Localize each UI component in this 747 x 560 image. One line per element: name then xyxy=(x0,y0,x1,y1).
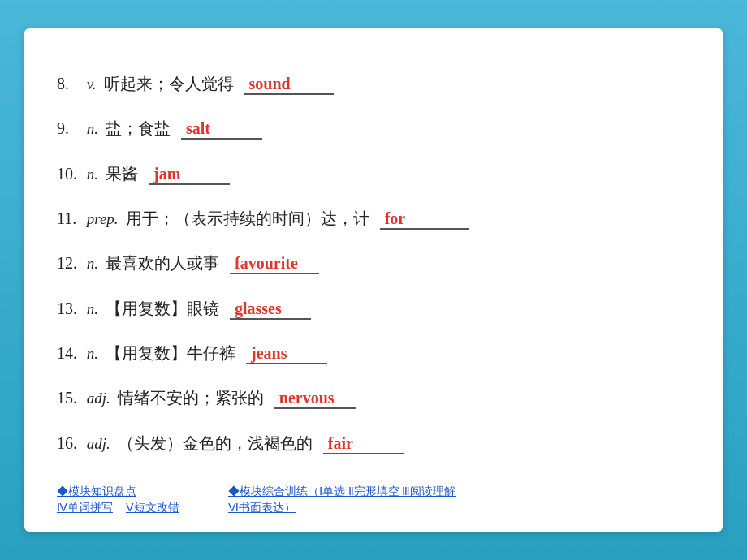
footer: ◆模块知识盘点 Ⅳ单词拼写 Ⅴ短文改错 ◆模块综合训练（Ⅰ单选 Ⅱ完形填空 Ⅲ阅… xyxy=(57,476,690,515)
footer-link-spelling[interactable]: Ⅳ单词拼写 xyxy=(57,501,113,515)
item-number-9: 16. xyxy=(57,431,83,455)
item-blank-1: sound xyxy=(244,71,334,96)
item-answer-2: salt xyxy=(181,116,215,140)
item-answer-6: glasses xyxy=(230,296,287,321)
item-def-2: 盐；食盐 xyxy=(101,116,175,140)
item-pos-8: adj. xyxy=(83,387,110,411)
main-card: 8. v. 听起来；令人觉得 sound 9. n. 盐；食盐 salt 10.… xyxy=(24,28,723,532)
item-def-3: 果酱 xyxy=(101,162,142,186)
item-number-7: 14. xyxy=(57,341,83,365)
item-number-3: 10. xyxy=(57,162,83,186)
item-number-6: 13. xyxy=(57,296,83,321)
item-number-2: 9. xyxy=(57,116,83,140)
item-answer-3: jam xyxy=(149,162,185,186)
item-blank-7: jeans xyxy=(246,341,327,365)
item-pos-1: v. xyxy=(83,73,97,97)
vocab-item-1: 8. v. 听起来；令人觉得 sound xyxy=(57,71,690,97)
item-number-8: 15. xyxy=(57,386,83,410)
item-answer-8: nervous xyxy=(274,386,339,410)
footer-row-1: Ⅳ单词拼写 Ⅴ短文改错 xyxy=(57,501,179,515)
item-def-7: 【用复数】牛仔裤 xyxy=(101,341,240,365)
item-def-5: 最喜欢的人或事 xyxy=(101,251,223,275)
item-blank-6: glasses xyxy=(230,296,311,321)
item-def-1: 听起来；令人觉得 xyxy=(100,71,238,96)
vocab-item-6: 13. n. 【用复数】眼镜 glasses xyxy=(57,296,690,321)
vocab-item-8: 15. adj. 情绪不安的；紧张的 nervous xyxy=(57,386,690,411)
item-blank-8: nervous xyxy=(274,386,356,410)
item-blank-4: for xyxy=(380,206,469,230)
item-blank-5: favourite xyxy=(230,251,319,275)
vocab-item-7: 14. n. 【用复数】牛仔裤 jeans xyxy=(57,341,690,366)
item-pos-9: adj. xyxy=(83,433,110,456)
item-pos-2: n. xyxy=(83,118,98,141)
vocab-item-9: 16. adj. （头发）金色的，浅褐色的 fair xyxy=(57,431,690,456)
item-number-5: 12. xyxy=(57,251,83,275)
item-answer-4: for xyxy=(380,206,411,230)
vocab-item-3: 10. n. 果酱 jam xyxy=(57,162,690,187)
footer-col-1: ◆模块知识盘点 Ⅳ单词拼写 Ⅴ短文改错 xyxy=(57,485,179,515)
item-pos-7: n. xyxy=(83,342,98,366)
item-def-9: （头发）金色的，浅褐色的 xyxy=(114,431,317,455)
item-blank-2: salt xyxy=(181,116,262,140)
item-blank-3: jam xyxy=(149,162,230,186)
vocab-item-5: 12. n. 最喜欢的人或事 favourite xyxy=(57,251,690,276)
item-answer-9: fair xyxy=(323,431,358,455)
item-answer-7: jeans xyxy=(246,341,291,365)
item-pos-3: n. xyxy=(83,163,98,187)
vocab-item-2: 9. n. 盐；食盐 salt xyxy=(57,116,690,141)
item-def-6: 【用复数】眼镜 xyxy=(101,296,223,321)
footer-link-knowledge[interactable]: ◆模块知识盘点 xyxy=(57,485,179,499)
footer-link-comprehensive[interactable]: ◆模块综合训练（Ⅰ单选 Ⅱ完形填空 Ⅲ阅读理解 xyxy=(228,485,456,499)
vocab-item-4: 11. prep. 用于；（表示持续的时间）达，计 for xyxy=(57,206,690,231)
item-def-4: 用于；（表示持续的时间）达，计 xyxy=(122,206,374,230)
item-number-4: 11. xyxy=(57,206,83,230)
vocab-list: 8. v. 听起来；令人觉得 sound 9. n. 盐；食盐 salt 10.… xyxy=(57,51,690,476)
footer-link-writing[interactable]: Ⅵ书面表达） xyxy=(228,501,456,515)
footer-link-correction[interactable]: Ⅴ短文改错 xyxy=(126,501,179,515)
item-blank-9: fair xyxy=(323,431,404,455)
item-def-8: 情绪不安的；紧张的 xyxy=(114,386,268,410)
item-pos-4: prep. xyxy=(83,208,119,231)
item-number-1: 8. xyxy=(57,71,83,96)
item-answer-1: sound xyxy=(244,71,296,96)
item-answer-5: favourite xyxy=(230,251,303,275)
item-pos-5: n. xyxy=(83,252,98,276)
footer-col-2: ◆模块综合训练（Ⅰ单选 Ⅱ完形填空 Ⅲ阅读理解 Ⅵ书面表达） xyxy=(228,485,456,515)
item-pos-6: n. xyxy=(83,298,98,321)
